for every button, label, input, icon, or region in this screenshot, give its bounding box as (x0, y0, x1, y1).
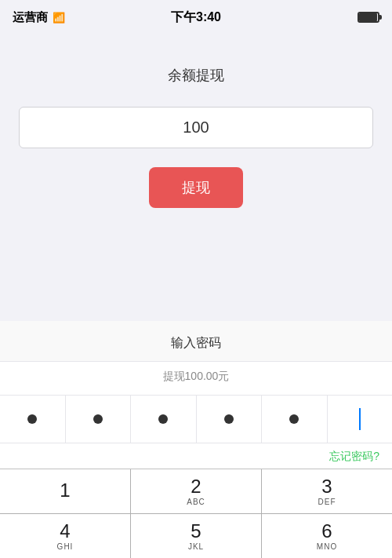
key-4-number: 4 (60, 522, 70, 541)
withdraw-button[interactable]: 提现 (149, 167, 243, 208)
key-6[interactable]: 6 MNO (262, 514, 392, 558)
pin-cursor (359, 408, 361, 430)
status-time: 下午3:40 (171, 9, 221, 26)
pin-dot-1 (27, 414, 37, 424)
keyboard-row-1: 1 2 ABC 3 DEF (0, 469, 392, 514)
forget-password-link[interactable]: 忘记密码? (329, 450, 379, 464)
key-3-number: 3 (321, 477, 332, 496)
wifi-icon: 📶 (53, 12, 65, 24)
password-panel: 输入密码 提现100.00元 忘记密码? 1 (0, 321, 392, 558)
page-title: 余额提现 (168, 66, 224, 85)
key-3-letters: DEF (318, 498, 336, 506)
key-4[interactable]: 4 GHI (0, 514, 131, 558)
key-1-number: 1 (60, 481, 70, 500)
password-header: 输入密码 (0, 321, 392, 362)
key-3[interactable]: 3 DEF (262, 469, 392, 513)
status-right (358, 12, 379, 23)
battery-icon (358, 12, 379, 23)
pin-dot-4 (224, 414, 234, 424)
pin-dot-3 (158, 414, 168, 424)
key-5[interactable]: 5 JKL (131, 514, 262, 558)
status-left: 运营商 📶 (13, 10, 65, 25)
pin-dot-5 (289, 414, 299, 424)
key-2-number: 2 (191, 477, 201, 496)
top-section: 余额提现 提现 (0, 35, 392, 239)
key-4-letters: GHI (57, 542, 74, 551)
key-2-letters: ABC (187, 498, 205, 506)
key-2[interactable]: 2 ABC (131, 469, 262, 513)
amount-input-wrapper[interactable] (19, 107, 373, 148)
forget-pwd-row: 忘记密码? (0, 443, 392, 469)
key-1[interactable]: 1 (0, 469, 131, 513)
status-bar: 运营商 📶 下午3:40 (0, 0, 392, 35)
key-5-number: 5 (191, 522, 201, 541)
pin-cell-6 (328, 396, 393, 443)
keyboard-row-2: 4 GHI 5 JKL 6 MNO (0, 514, 392, 558)
pin-cell-5 (262, 396, 328, 443)
amount-input[interactable] (32, 119, 360, 137)
key-6-letters: MNO (317, 542, 337, 551)
pin-cell-1 (0, 396, 66, 443)
key-5-letters: JKL (188, 542, 204, 551)
carrier-label: 运营商 (13, 10, 48, 25)
pin-dots (0, 395, 392, 443)
password-subtitle: 提现100.00元 (0, 362, 392, 395)
pin-dot-2 (93, 414, 103, 424)
pin-cell-3 (131, 396, 197, 443)
numeric-keyboard: 1 2 ABC 3 DEF 4 GHI 5 JKL 6 MNO (0, 469, 392, 558)
pin-cell-4 (197, 396, 263, 443)
key-6-number: 6 (321, 522, 332, 541)
pin-cell-2 (66, 396, 132, 443)
